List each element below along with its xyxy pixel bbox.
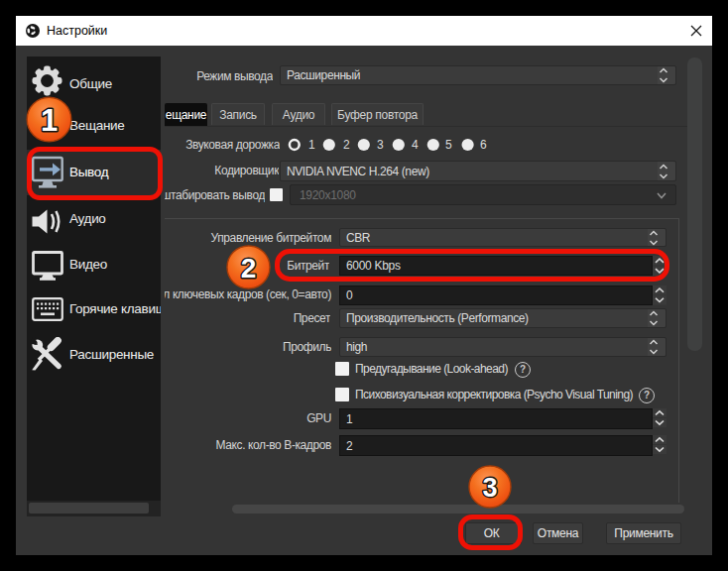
svg-text:1: 1 xyxy=(41,103,58,138)
svg-text:2: 2 xyxy=(241,253,257,284)
svg-text:3: 3 xyxy=(482,473,497,503)
